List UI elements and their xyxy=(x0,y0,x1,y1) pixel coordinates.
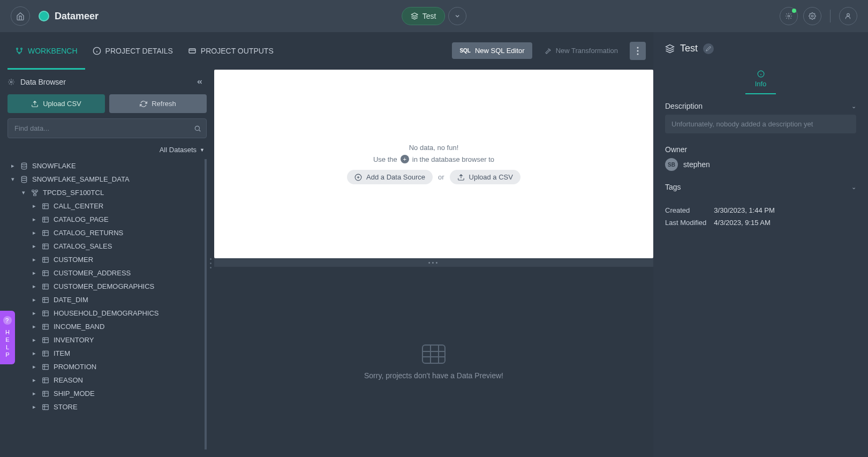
home-button[interactable] xyxy=(11,6,30,26)
help-icon: ? xyxy=(3,316,12,325)
theme-button[interactable] xyxy=(780,7,798,25)
drag-bar[interactable]: ••• xyxy=(214,258,653,267)
data-tree[interactable]: ▸SNOWFLAKE▾SNOWFLAKE_SAMPLE_DATA▾TPCDS_S… xyxy=(7,159,207,449)
or-text: or xyxy=(438,173,444,181)
settings-button[interactable] xyxy=(803,7,821,25)
props-tab-info[interactable]: Info xyxy=(745,66,776,94)
svg-line-16 xyxy=(199,130,201,131)
table-icon xyxy=(42,243,49,250)
tree-node[interactable]: ▸CATALOG_PAGE xyxy=(7,213,202,226)
tab-workbench[interactable]: WORKBENCH xyxy=(7,32,85,70)
tree-node[interactable]: ▸STORE xyxy=(7,400,202,414)
svg-point-14 xyxy=(10,81,12,83)
svg-point-4 xyxy=(17,48,18,49)
chevron-icon: ▸ xyxy=(31,296,37,303)
tree-node[interactable]: ▸REASON xyxy=(7,373,202,387)
tree-node-label: SNOWFLAKE xyxy=(32,162,76,170)
tree-node[interactable]: ▾TPCDS_SF100TCL xyxy=(7,186,202,199)
chevron-icon: ▸ xyxy=(31,310,37,317)
tree-node[interactable]: ▸SHIP_MODE xyxy=(7,387,202,400)
upload-csv-label: Upload CSV xyxy=(43,100,81,108)
svg-point-5 xyxy=(21,48,22,49)
tab-workbench-label: WORKBENCH xyxy=(28,47,78,55)
props-tab-info-label: Info xyxy=(755,80,767,88)
chevron-left-icon xyxy=(195,78,205,86)
tags-section: Tags ⌄ xyxy=(665,183,856,191)
tree-node[interactable]: ▸PROMOTION xyxy=(7,360,202,373)
svg-point-2 xyxy=(811,15,813,17)
upload-csv-button[interactable]: Upload CSV xyxy=(7,94,105,113)
help-tab[interactable]: ? HELP xyxy=(0,311,15,364)
search-input[interactable] xyxy=(7,118,207,138)
pencil-icon xyxy=(706,46,711,51)
chevron-icon: ▾ xyxy=(20,189,27,196)
tree-node[interactable]: ▸INVENTORY xyxy=(7,333,202,347)
data-browser-sidebar: Data Browser Upload CSV Refresh xyxy=(0,70,214,457)
tab-details[interactable]: PROJECT DETAILS xyxy=(85,32,180,70)
add-data-source-button[interactable]: Add a Data Source xyxy=(347,170,433,184)
svg-point-15 xyxy=(195,126,199,130)
tree-node[interactable]: ▸SNOWFLAKE xyxy=(7,159,202,173)
canvas: No data, no fun! Use the + in the databa… xyxy=(214,70,653,258)
brand-name: Datameer xyxy=(55,11,99,22)
table-icon xyxy=(42,403,49,411)
tree-node[interactable]: ▸CUSTOMER_DEMOGRAPHICS xyxy=(7,280,202,293)
description-box[interactable]: Unfortunately, nobody added a descriptio… xyxy=(665,115,856,133)
svg-point-1 xyxy=(788,15,790,17)
project-dropdown[interactable] xyxy=(448,7,466,25)
gear-icon xyxy=(809,12,816,20)
modified-label: Last Modified xyxy=(665,219,706,227)
project-pill[interactable]: Test xyxy=(402,7,446,25)
tree-node[interactable]: ▸CALL_CENTER xyxy=(7,199,202,213)
table-icon xyxy=(42,323,49,331)
table-icon xyxy=(42,203,49,210)
tree-node[interactable]: ▸CUSTOMER xyxy=(7,253,202,266)
wand-icon xyxy=(544,47,552,55)
resize-handle[interactable] xyxy=(210,257,213,270)
svg-rect-25 xyxy=(43,217,49,222)
chevron-icon: ▸ xyxy=(31,256,37,263)
table-icon xyxy=(42,296,49,304)
props-title: Test xyxy=(680,43,698,54)
tree-node-label: CATALOG_RETURNS xyxy=(54,229,123,237)
tree-node[interactable]: ▸DATE_DIM xyxy=(7,293,202,306)
refresh-icon xyxy=(140,100,147,108)
divider xyxy=(830,10,831,23)
tab-outputs[interactable]: PROJECT OUTPUTS xyxy=(180,32,281,70)
new-transformation-button[interactable]: New Transformation xyxy=(537,42,625,59)
svg-rect-22 xyxy=(43,204,49,208)
tree-node[interactable]: ▸CATALOG_RETURNS xyxy=(7,226,202,239)
new-sql-button[interactable]: SQL New SQL Editor xyxy=(452,42,532,59)
chevron-icon: ▸ xyxy=(31,243,37,250)
collapse-sidebar-button[interactable] xyxy=(193,76,207,88)
chevron-icon: ▸ xyxy=(31,336,37,343)
db-icon xyxy=(20,176,28,183)
topbar-right xyxy=(780,7,857,25)
layers-icon xyxy=(411,12,418,20)
tree-node[interactable]: ▸INCOME_BAND xyxy=(7,320,202,333)
svg-point-12 xyxy=(637,50,639,51)
tree-node-label: INVENTORY xyxy=(54,336,94,344)
svg-point-13 xyxy=(637,53,639,55)
tree-node[interactable]: ▸CATALOG_SALES xyxy=(7,239,202,253)
tags-header[interactable]: Tags ⌄ xyxy=(665,183,856,191)
chevron-icon: ▸ xyxy=(31,269,37,276)
tree-node[interactable]: ▸HOUSEHOLD_DEMOGRAPHICS xyxy=(7,306,202,320)
tree-node[interactable]: ▾SNOWFLAKE_SAMPLE_DATA xyxy=(7,173,202,186)
preview-area: Sorry, projects don't have a Data Previe… xyxy=(214,267,653,457)
description-header[interactable]: Description ⌄ xyxy=(665,102,856,110)
edit-name-button[interactable] xyxy=(703,43,714,54)
props-header: Test xyxy=(653,32,868,63)
more-button[interactable] xyxy=(630,42,646,60)
tree-node[interactable]: ▸ITEM xyxy=(7,347,202,360)
tree-node[interactable]: ▸CUSTOMER_ADDRESS xyxy=(7,266,202,280)
dataset-filter-dropdown[interactable]: All Datasets ▼ xyxy=(160,146,205,154)
svg-point-3 xyxy=(847,13,850,16)
props-tabs: Info xyxy=(653,63,868,94)
svg-rect-19 xyxy=(32,190,34,191)
table-icon xyxy=(42,283,49,290)
user-button[interactable] xyxy=(839,7,857,25)
svg-rect-31 xyxy=(43,244,49,249)
upload-csv-canvas-button[interactable]: Upload a CSV xyxy=(450,170,520,184)
refresh-button[interactable]: Refresh xyxy=(109,94,207,113)
